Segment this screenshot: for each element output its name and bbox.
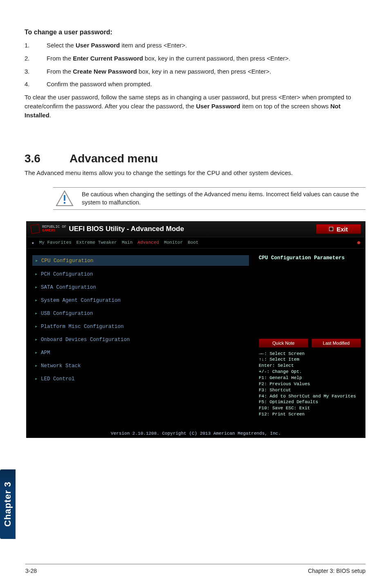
menu-item-platform-misc-configuration[interactable]: ▸Platform Misc Configuration [32, 321, 249, 331]
menu-item-network-stack[interactable]: ▸Network Stack [32, 361, 249, 370]
step-number: 1. [25, 41, 47, 50]
section-heading: 3.6Advanced menu [25, 152, 365, 165]
tab-tweaker[interactable]: Extreme Tweaker [76, 240, 117, 245]
tab-favorites[interactable]: My Favorites [39, 240, 72, 245]
quick-note-button[interactable]: Quick Note [259, 339, 308, 348]
svg-rect-1 [64, 195, 65, 201]
submenu-icon: ▸ [35, 336, 40, 343]
step-item: 3. From the Create New Password box, key… [25, 67, 365, 76]
chapter-side-tab: Chapter 3 [0, 469, 16, 539]
exit-icon [329, 227, 333, 231]
submenu-icon: ▸ [35, 271, 40, 277]
submenu-icon: ▸ [35, 284, 40, 290]
submenu-icon: ▸ [35, 362, 40, 369]
tab-main[interactable]: Main [122, 240, 132, 245]
help-text: →←: Select Screen ↑↓: Select Item Enter:… [259, 351, 361, 417]
step-text: Select the User Password item and press … [47, 41, 365, 50]
step-number: 4. [25, 80, 47, 89]
rog-badge-icon [30, 224, 40, 234]
exit-button[interactable]: Exit [316, 224, 361, 234]
footer-chapter-title: Chapter 3: BIOS setup [308, 568, 365, 574]
menu-item-system-agent-configuration[interactable]: ▸System Agent Configuration [32, 295, 249, 305]
section-title: Advanced menu [69, 152, 158, 165]
page-number: 3-28 [25, 568, 37, 574]
tab-boot[interactable]: Boot [188, 240, 198, 245]
menu-item-apm[interactable]: ▸APM [32, 348, 249, 357]
step-number: 2. [25, 54, 47, 63]
section-lead: The Advanced menu items allow you to cha… [25, 168, 365, 177]
submenu-icon: ▸ [35, 257, 40, 264]
menu-item-cpu-configuration[interactable]: ▸CPU Configuration [32, 255, 249, 266]
clear-password-text: To clear the user password, follow the s… [25, 93, 365, 119]
bios-titlebar: REPUBLIC OF GAMERS UEFI BIOS Utility - A… [27, 222, 365, 237]
bios-title: UEFI BIOS Utility - Advanced Mode [69, 225, 184, 233]
step-text: From the Create New Password box, key in… [47, 67, 365, 76]
submenu-icon: ▸ [35, 310, 40, 316]
right-panel-title: CPU Configuration Parameters [259, 255, 361, 261]
submenu-icon: ▸ [35, 349, 40, 356]
menu-item-led-control[interactable]: ▸LED Control [32, 374, 249, 384]
svg-rect-2 [64, 202, 65, 204]
page-footer: 3-28 Chapter 3: BIOS setup [25, 564, 365, 574]
step-item: 1. Select the User Password item and pre… [25, 41, 365, 50]
steps-list: 1. Select the User Password item and pre… [25, 41, 365, 89]
bios-right-panel: CPU Configuration Parameters Quick Note … [255, 249, 365, 429]
bios-footer: Version 2.10.1208. Copyright (C) 2013 Am… [27, 431, 365, 436]
submenu-icon: ▸ [35, 323, 40, 330]
section-number: 3.6 [25, 152, 69, 165]
step-text: Confirm the password when prompted. [47, 80, 365, 89]
bios-screenshot: REPUBLIC OF GAMERS UEFI BIOS Utility - A… [26, 221, 365, 438]
step-number: 3. [25, 67, 47, 76]
menu-item-pch-configuration[interactable]: ▸PCH Configuration [32, 269, 249, 279]
tab-monitor[interactable]: Monitor [164, 240, 183, 245]
menu-item-usb-configuration[interactable]: ▸USB Configuration [32, 308, 249, 318]
step-item: 2. From the Enter Current Password box, … [25, 54, 365, 63]
rog-logo: REPUBLIC OF GAMERS [31, 224, 66, 233]
menu-item-onboard-devices-configuration[interactable]: ▸Onboard Devices Configuration [32, 334, 249, 344]
tab-advanced[interactable]: Advanced [137, 240, 159, 245]
power-indicator-icon [357, 241, 360, 244]
bios-menu-list: ▸CPU Configuration ▸PCH Configuration ▸S… [27, 249, 255, 429]
caution-text: Be cautious when changing the settings o… [82, 190, 365, 207]
bios-tabs: ★ My Favorites Extreme Tweaker Main Adva… [27, 237, 365, 249]
star-icon: ★ [31, 240, 34, 245]
submenu-icon: ▸ [35, 297, 40, 303]
caution-icon [56, 190, 74, 206]
step-item: 4. Confirm the password when prompted. [25, 80, 365, 89]
menu-item-sata-configuration[interactable]: ▸SATA Configuration [32, 282, 249, 292]
caution-note: Be cautious when changing the settings o… [53, 187, 365, 210]
last-modified-button[interactable]: Last Modified [312, 339, 361, 348]
submenu-icon: ▸ [35, 375, 40, 382]
subsection-heading: To change a user password: [25, 29, 365, 36]
step-text: From the Enter Current Password box, key… [47, 54, 365, 63]
